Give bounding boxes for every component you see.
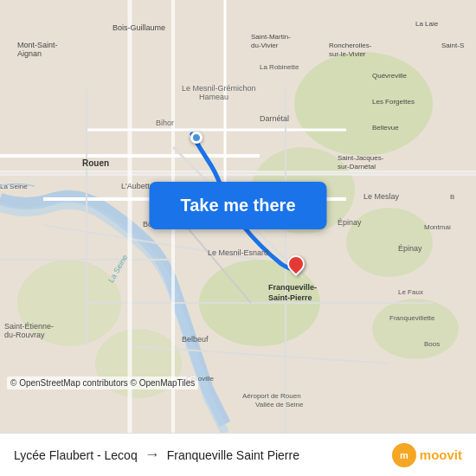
route-from: Lycée Flaubert - Lecoq bbox=[14, 448, 138, 462]
svg-text:Épinay: Épinay bbox=[398, 244, 422, 253]
bottom-bar: Lycée Flaubert - Lecoq → Franqueville Sa… bbox=[0, 433, 476, 476]
svg-text:Rouen: Rouen bbox=[82, 158, 109, 168]
map-container: Mont-Saint- Aignan Bois-Guillaume Saint-… bbox=[0, 0, 476, 433]
svg-text:Vallée de Seine: Vallée de Seine bbox=[255, 401, 304, 408]
svg-text:Roncherolles-: Roncherolles- bbox=[329, 42, 372, 49]
svg-text:du-Vivier: du-Vivier bbox=[251, 42, 279, 49]
svg-text:Quévreville: Quévreville bbox=[372, 72, 408, 80]
svg-text:Le Faux: Le Faux bbox=[398, 288, 423, 296]
svg-text:Belbeuf: Belbeuf bbox=[182, 335, 209, 344]
svg-text:m: m bbox=[400, 450, 408, 460]
svg-text:Darnétal: Darnétal bbox=[260, 114, 289, 123]
svg-text:Boos: Boos bbox=[424, 340, 440, 348]
moovit-text: moovit bbox=[420, 447, 462, 462]
svg-text:Franqueville-: Franqueville- bbox=[268, 283, 317, 292]
svg-text:du-Rouvray: du-Rouvray bbox=[4, 331, 45, 339]
map-attribution: © OpenStreetMap contributors © OpenMapTi… bbox=[7, 376, 198, 389]
svg-text:sur-le-Vivier: sur-le-Vivier bbox=[329, 50, 366, 58]
moovit-logo: m moovit bbox=[392, 443, 462, 467]
svg-text:Hameau: Hameau bbox=[199, 93, 228, 101]
svg-point-7 bbox=[372, 299, 459, 359]
svg-text:sur-Darnétal: sur-Darnétal bbox=[338, 163, 376, 170]
svg-text:Aéroport de Rouen: Aéroport de Rouen bbox=[242, 392, 301, 400]
svg-text:Saint-Étienne-: Saint-Étienne- bbox=[4, 322, 54, 331]
svg-text:Bellevue: Bellevue bbox=[372, 124, 399, 132]
moovit-icon: m bbox=[392, 443, 416, 467]
svg-text:Bihor: Bihor bbox=[156, 119, 174, 127]
route-arrow: → bbox=[145, 446, 160, 464]
svg-text:Saint-S: Saint-S bbox=[441, 42, 464, 49]
svg-text:B: B bbox=[450, 193, 454, 201]
moovit-icon-svg: m bbox=[396, 447, 412, 463]
svg-text:Saint-Jacques-: Saint-Jacques- bbox=[338, 154, 384, 162]
route-to: Franqueville Saint Pierre bbox=[167, 448, 299, 462]
svg-text:Franquevillette: Franquevillette bbox=[389, 314, 435, 322]
svg-text:Le Meslay: Le Meslay bbox=[363, 192, 400, 201]
svg-text:Saint-Pierre: Saint-Pierre bbox=[268, 293, 312, 302]
svg-text:Le Mesnil-Grémichon: Le Mesnil-Grémichon bbox=[182, 84, 256, 93]
svg-text:La Laie: La Laie bbox=[415, 20, 439, 28]
app: Mont-Saint- Aignan Bois-Guillaume Saint-… bbox=[0, 0, 476, 476]
svg-text:La Robinette: La Robinette bbox=[260, 63, 299, 71]
svg-text:Épinay: Épinay bbox=[338, 218, 362, 227]
svg-text:Les Forgettes: Les Forgettes bbox=[372, 98, 415, 106]
svg-text:Mont-Saint-: Mont-Saint- bbox=[17, 41, 58, 49]
destination-marker bbox=[287, 255, 305, 273]
svg-text:Montmai: Montmai bbox=[424, 223, 451, 231]
svg-text:Le Mesnil-Esnard: Le Mesnil-Esnard bbox=[208, 248, 268, 257]
origin-marker bbox=[190, 132, 203, 144]
svg-text:Bois-Guillaume: Bois-Guillaume bbox=[113, 23, 165, 32]
take-me-there-button[interactable]: Take me there bbox=[149, 182, 326, 229]
svg-text:Saint-Martin-: Saint-Martin- bbox=[251, 33, 291, 41]
svg-text:Aignan: Aignan bbox=[17, 49, 42, 58]
